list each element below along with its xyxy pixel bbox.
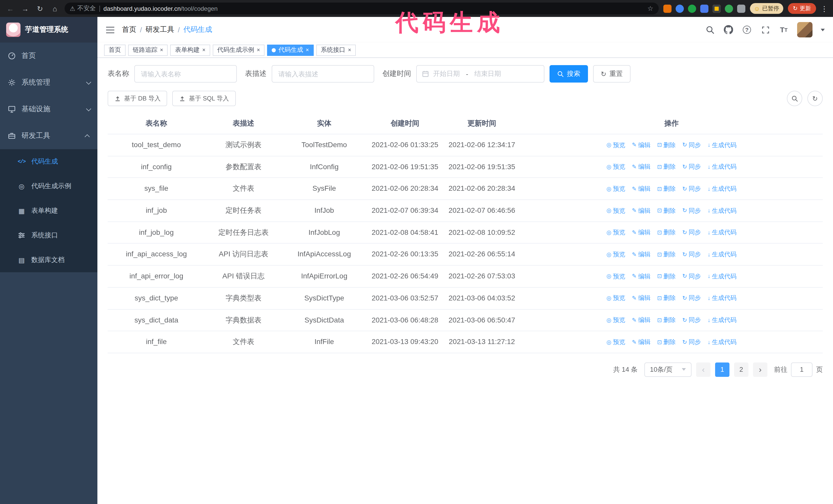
delete-link[interactable]: ⊡删除	[657, 228, 675, 237]
url-bar[interactable]: ⚠ 不安全 dashboard.yudao.iocoder.cn/tool/co…	[65, 3, 659, 14]
chrome-update-button[interactable]: ↻ 更新	[788, 3, 816, 14]
puzzle-icon[interactable]	[737, 4, 745, 13]
close-icon[interactable]: ×	[160, 47, 163, 53]
extension-icon[interactable]	[724, 4, 733, 13]
delete-link[interactable]: ⊡删除	[657, 271, 675, 281]
sync-link[interactable]: ↻同步	[682, 206, 701, 215]
generate-code-link[interactable]: ↓生成代码	[708, 293, 737, 303]
github-icon[interactable]	[723, 25, 734, 35]
avatar[interactable]	[797, 22, 812, 38]
reset-button[interactable]: ↻ 重置	[593, 65, 630, 82]
next-page-button[interactable]: ›	[753, 362, 767, 377]
extension-icon[interactable]	[675, 4, 684, 13]
extension-icon[interactable]	[712, 4, 720, 13]
generate-code-link[interactable]: ↓生成代码	[708, 162, 737, 171]
back-icon[interactable]: ←	[5, 3, 15, 14]
generate-code-link[interactable]: ↓生成代码	[708, 228, 737, 237]
edit-link[interactable]: ✎编辑	[632, 250, 650, 259]
preview-link[interactable]: ◎预览	[606, 162, 625, 171]
preview-link[interactable]: ◎预览	[606, 228, 625, 237]
edit-link[interactable]: ✎编辑	[632, 206, 650, 215]
edit-link[interactable]: ✎编辑	[632, 271, 650, 281]
browser-menu-icon[interactable]: ⋮	[821, 4, 828, 13]
fullscreen-icon[interactable]	[760, 25, 770, 35]
sidebar-item-form-builder[interactable]: ▦ 表单构建	[0, 198, 97, 223]
sync-link[interactable]: ↻同步	[682, 337, 701, 346]
collapse-sidebar-icon[interactable]	[105, 26, 115, 33]
sync-link[interactable]: ↻同步	[682, 140, 701, 150]
forward-icon[interactable]: →	[20, 3, 30, 14]
page-1-button[interactable]: 1	[715, 362, 730, 377]
sync-link[interactable]: ↻同步	[682, 271, 701, 281]
extension-icon[interactable]	[688, 4, 696, 13]
preview-link[interactable]: ◎预览	[606, 337, 625, 346]
sync-link[interactable]: ↻同步	[682, 293, 701, 303]
extension-icon[interactable]	[700, 4, 708, 13]
edit-link[interactable]: ✎编辑	[632, 293, 650, 303]
edit-link[interactable]: ✎编辑	[632, 140, 650, 150]
close-icon[interactable]: ×	[306, 47, 309, 53]
delete-link[interactable]: ⊡删除	[657, 315, 675, 325]
sync-link[interactable]: ↻同步	[682, 315, 701, 325]
preview-link[interactable]: ◎预览	[606, 271, 625, 281]
generate-code-link[interactable]: ↓生成代码	[708, 271, 737, 281]
tab-codegen-example[interactable]: 代码生成示例 ×	[213, 44, 265, 56]
delete-link[interactable]: ⊡删除	[657, 206, 675, 215]
edit-link[interactable]: ✎编辑	[632, 337, 650, 346]
preview-link[interactable]: ◎预览	[606, 293, 625, 303]
bookmark-star-icon[interactable]: ☆	[647, 5, 653, 12]
breadcrumb-home[interactable]: 首页	[122, 25, 136, 34]
sidebar-item-db-doc[interactable]: ▤ 数据库文档	[0, 248, 97, 272]
tab-trace[interactable]: 链路追踪 ×	[128, 44, 168, 56]
home-icon[interactable]: ⌂	[50, 3, 60, 14]
preview-link[interactable]: ◎预览	[606, 250, 625, 259]
close-icon[interactable]: ×	[257, 47, 260, 53]
table-name-input[interactable]	[134, 65, 237, 82]
tab-form-builder[interactable]: 表单构建 ×	[170, 44, 210, 56]
sync-link[interactable]: ↻同步	[682, 184, 701, 194]
tab-codegen[interactable]: 代码生成 ×	[267, 44, 314, 56]
generate-code-link[interactable]: ↓生成代码	[708, 315, 737, 325]
sidebar-item-home[interactable]: 首页	[0, 43, 97, 69]
preview-link[interactable]: ◎预览	[606, 184, 625, 194]
edit-link[interactable]: ✎编辑	[632, 315, 650, 325]
generate-code-link[interactable]: ↓生成代码	[708, 184, 737, 194]
generate-code-link[interactable]: ↓生成代码	[708, 140, 737, 150]
caret-down-icon[interactable]	[821, 28, 825, 31]
generate-code-link[interactable]: ↓生成代码	[708, 206, 737, 215]
date-range-picker[interactable]: 开始日期 - 结束日期	[416, 65, 544, 82]
sidebar-item-system-api[interactable]: 系统接口	[0, 223, 97, 248]
edit-link[interactable]: ✎编辑	[632, 184, 650, 194]
paused-badge[interactable]: ☺ 已暂停	[750, 3, 783, 14]
table-desc-input[interactable]	[272, 65, 374, 82]
delete-link[interactable]: ⊡删除	[657, 250, 675, 259]
delete-link[interactable]: ⊡删除	[657, 293, 675, 303]
not-secure-warning[interactable]: ⚠ 不安全	[70, 4, 96, 13]
page-size-select[interactable]: 10条/页	[644, 362, 691, 377]
sync-link[interactable]: ↻同步	[682, 250, 701, 259]
extension-icon[interactable]	[663, 4, 671, 13]
delete-link[interactable]: ⊡删除	[657, 140, 675, 150]
preview-link[interactable]: ◎预览	[606, 315, 625, 325]
edit-link[interactable]: ✎编辑	[632, 228, 650, 237]
import-sql-button[interactable]: 基于 SQL 导入	[172, 91, 236, 106]
tab-system-api[interactable]: 系统接口 ×	[316, 44, 356, 56]
search-button[interactable]: 搜索	[549, 65, 588, 82]
refresh-table-button[interactable]: ↻	[807, 91, 823, 106]
close-icon[interactable]: ×	[202, 47, 206, 53]
sync-link[interactable]: ↻同步	[682, 228, 701, 237]
import-db-button[interactable]: 基于 DB 导入	[108, 91, 167, 106]
delete-link[interactable]: ⊡删除	[657, 184, 675, 194]
font-size-icon[interactable]: TT	[779, 25, 789, 35]
sidebar-item-codegen-example[interactable]: ◎ 代码生成示例	[0, 174, 97, 198]
sidebar-item-infra[interactable]: 基础设施	[0, 96, 97, 123]
generate-code-link[interactable]: ↓生成代码	[708, 250, 737, 259]
toggle-search-button[interactable]	[787, 91, 802, 106]
preview-link[interactable]: ◎预览	[606, 140, 625, 150]
prev-page-button[interactable]: ‹	[696, 362, 711, 377]
delete-link[interactable]: ⊡删除	[657, 337, 675, 346]
preview-link[interactable]: ◎预览	[606, 206, 625, 215]
edit-link[interactable]: ✎编辑	[632, 162, 650, 171]
breadcrumb-devtools[interactable]: 研发工具	[146, 25, 174, 34]
sidebar-item-devtools[interactable]: 研发工具	[0, 123, 97, 149]
